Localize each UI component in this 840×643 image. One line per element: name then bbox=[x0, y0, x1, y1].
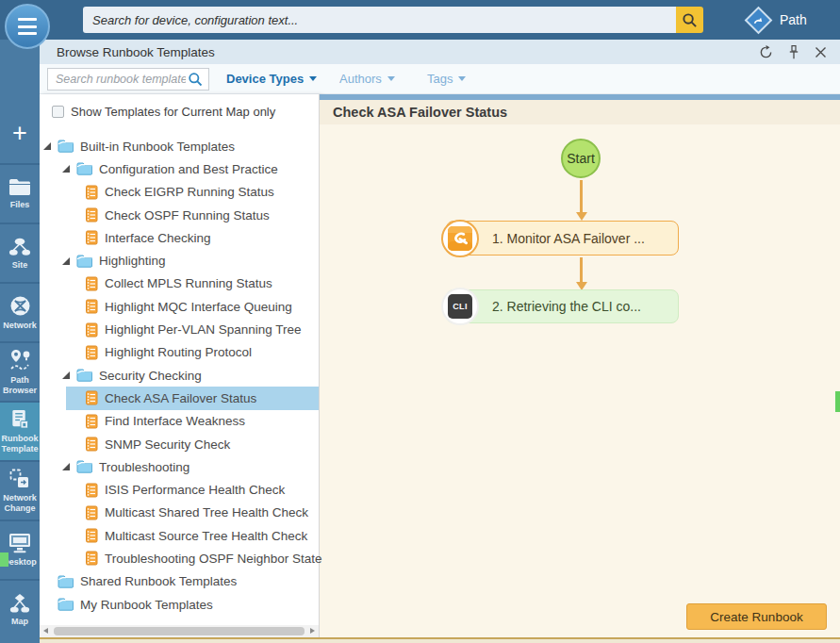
path-button[interactable]: Path bbox=[741, 0, 815, 40]
workflow-canvas: Start 1. Monitor ASA Failover ... 2. Ret… bbox=[320, 124, 840, 637]
runbook-template-icon bbox=[85, 185, 98, 200]
tree-template-row[interactable]: Check OSPF Running Status bbox=[40, 204, 319, 226]
bottom-strip bbox=[40, 637, 840, 643]
runbook-template-icon bbox=[85, 414, 98, 429]
tree-template-row[interactable]: Highlight MQC Interface Queuing bbox=[40, 295, 319, 318]
template-search bbox=[47, 68, 209, 91]
workflow-header: Check ASA Failover Status bbox=[320, 100, 840, 124]
tree-folder-row[interactable]: Shared Runbook Templates bbox=[40, 570, 319, 593]
main-menu-button[interactable] bbox=[5, 4, 50, 49]
create-runbook-button[interactable]: Create Runbook bbox=[686, 603, 827, 630]
sidebar-item-label: Files bbox=[1, 200, 40, 210]
checkbox-icon[interactable] bbox=[52, 106, 64, 118]
folder-icon bbox=[58, 140, 74, 153]
runbook-template-icon bbox=[85, 230, 98, 245]
tree-item-label: Interface Checking bbox=[105, 231, 211, 245]
path-icon bbox=[745, 6, 773, 34]
tree-folder-row[interactable]: Built-in Runbook Templates bbox=[40, 135, 319, 157]
tree-template-row[interactable]: Multicast Source Tree Health Check bbox=[40, 524, 319, 547]
path-browser-icon bbox=[9, 349, 30, 371]
panel-actions bbox=[759, 45, 827, 59]
folder-icon bbox=[58, 598, 74, 611]
sidebar-item-path-browser[interactable]: Path Browser bbox=[0, 341, 40, 401]
show-templates-label: Show Templates for Current Map only bbox=[71, 105, 275, 119]
search-icon[interactable] bbox=[188, 72, 208, 87]
sidebar-item-label: Path Browser bbox=[1, 375, 40, 396]
tree-template-row[interactable]: SNMP Security Check bbox=[40, 433, 319, 455]
pin-button[interactable] bbox=[789, 45, 799, 59]
sidebar-item-runbook-template[interactable]: Runbook Template bbox=[0, 401, 40, 460]
runbook-template-icon bbox=[85, 276, 98, 291]
expanded-caret-icon[interactable] bbox=[62, 165, 70, 173]
tree-item-label: Check ASA Failover Status bbox=[105, 391, 256, 405]
sidebar-item-label: Network Change bbox=[1, 493, 40, 514]
refresh-button[interactable] bbox=[759, 45, 773, 59]
workflow-panel: Check ASA Failover Status Start 1. Monit… bbox=[320, 94, 840, 637]
workflow-node-monitor-asa[interactable]: 1. Monitor ASA Failover ... bbox=[446, 221, 679, 256]
expanded-caret-icon[interactable] bbox=[43, 142, 51, 150]
tree-template-row[interactable]: ISIS Performance Health Check bbox=[40, 478, 319, 501]
sidebar-item-site[interactable]: Site bbox=[0, 223, 40, 282]
sidebar-item-label: Runbook Template bbox=[1, 434, 40, 454]
scrollbar-thumb[interactable] bbox=[54, 627, 305, 635]
sidebar-item-label: Network bbox=[1, 321, 40, 331]
expanded-caret-icon[interactable] bbox=[62, 463, 70, 470]
tree-template-row[interactable]: Find Interface Weakness bbox=[40, 410, 319, 433]
tree-item-label: Collect MPLS Running Status bbox=[105, 276, 272, 290]
sidebar-spacer bbox=[0, 40, 40, 104]
tags-dropdown[interactable]: Tags bbox=[427, 64, 466, 93]
cli-icon: CLI bbox=[441, 288, 479, 325]
expanded-caret-icon[interactable] bbox=[62, 371, 70, 379]
close-button[interactable] bbox=[815, 46, 827, 58]
tree-template-row[interactable]: Interface Checking bbox=[40, 226, 319, 249]
start-node[interactable]: Start bbox=[561, 139, 601, 178]
sidebar-item-network-change[interactable]: Network Change bbox=[0, 460, 40, 519]
tree-template-row[interactable]: Troubleshooting OSPF Neighbor State bbox=[40, 547, 319, 569]
tree-folder-row[interactable]: Configuration and Best Practice bbox=[40, 157, 319, 180]
files-icon bbox=[8, 178, 31, 196]
tree-template-row[interactable]: Multicast Shared Tree Health Check bbox=[40, 502, 319, 524]
panel-header: Browse Runbook Templates bbox=[40, 40, 840, 64]
global-search bbox=[83, 7, 703, 33]
authors-dropdown[interactable]: Authors bbox=[339, 64, 395, 93]
tree-template-row[interactable]: Collect MPLS Running Status bbox=[40, 272, 319, 295]
tree-template-row[interactable]: Check EIGRP Running Status bbox=[40, 181, 319, 204]
horizontal-scrollbar[interactable] bbox=[40, 625, 319, 637]
tree-folder-row[interactable]: Security Checking bbox=[40, 364, 319, 387]
plus-icon: + bbox=[12, 121, 27, 146]
sidebar-item-desktop[interactable]: Desktop bbox=[0, 519, 40, 579]
flow-arrow bbox=[580, 257, 583, 283]
scroll-left-arrow[interactable] bbox=[40, 625, 52, 637]
workflow-node-retrieve-cli[interactable]: 2. Retrieving the CLI co... bbox=[446, 289, 679, 323]
tree-item-label: Highlight MQC Interface Queuing bbox=[105, 300, 292, 314]
tree-folder-row[interactable]: Troubleshooting bbox=[40, 455, 319, 478]
sidebar-item-network[interactable]: Network bbox=[0, 282, 40, 341]
device-types-dropdown[interactable]: Device Types bbox=[226, 64, 317, 93]
expanded-caret-icon[interactable] bbox=[62, 257, 70, 265]
topbar: Path bbox=[0, 0, 840, 40]
template-tree: Built-in Runbook TemplatesConfiguration … bbox=[40, 135, 319, 616]
template-search-input[interactable] bbox=[48, 73, 188, 86]
folder-icon bbox=[58, 575, 74, 588]
tree-item-label: Built-in Runbook Templates bbox=[80, 140, 235, 154]
tree-template-row[interactable]: Highlight Routing Protocol bbox=[40, 341, 319, 364]
sidebar-item-map[interactable]: Map bbox=[0, 579, 40, 638]
tree-item-label: Highlight Routing Protocol bbox=[105, 345, 252, 359]
sidebar-item-add[interactable]: + bbox=[0, 104, 40, 163]
tree-folder-row[interactable]: My Runbook Templates bbox=[40, 593, 319, 616]
global-search-input[interactable] bbox=[83, 7, 676, 33]
tree-item-label: Multicast Source Tree Health Check bbox=[105, 529, 307, 543]
tree-template-row[interactable]: Highlight Per-VLAN Spanning Tree bbox=[40, 318, 319, 340]
scroll-right-arrow[interactable] bbox=[306, 625, 319, 637]
tree-template-row[interactable]: Check ASA Failover Status bbox=[40, 387, 319, 409]
panel-title: Browse Runbook Templates bbox=[57, 45, 215, 59]
tree-item-label: Shared Runbook Templates bbox=[80, 574, 237, 588]
sidebar-green-badge bbox=[0, 552, 8, 567]
sidebar-item-files[interactable]: Files bbox=[0, 163, 40, 223]
netbrain-app: Path +FilesSiteNetworkPath BrowserRunboo… bbox=[0, 0, 840, 643]
show-templates-checkbox-row[interactable]: Show Templates for Current Map only bbox=[52, 105, 275, 119]
folder-icon bbox=[76, 255, 92, 268]
tree-folder-row[interactable]: Highlighting bbox=[40, 249, 319, 272]
tree-item-label: Check EIGRP Running Status bbox=[105, 185, 274, 199]
global-search-button[interactable] bbox=[676, 7, 703, 33]
